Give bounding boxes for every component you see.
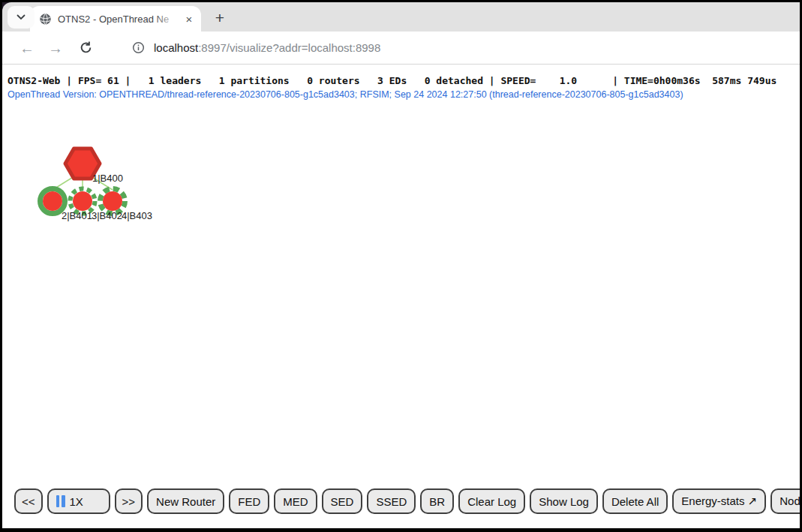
new-router-button[interactable]: New Router bbox=[147, 488, 224, 514]
pause-icon bbox=[56, 495, 65, 507]
chevron-down-icon bbox=[17, 14, 26, 20]
pause-speed-button[interactable]: 1X bbox=[47, 488, 110, 514]
openthread-version-line: OpenThread Version: OPENTHREAD/thread-re… bbox=[8, 89, 683, 100]
browser-window: OTNS2 - OpenThread Ne × + ← → bbox=[2, 2, 800, 528]
tab-title-fade bbox=[153, 13, 179, 26]
add-fed-button[interactable]: FED bbox=[229, 488, 269, 514]
forward-button[interactable]: → bbox=[43, 35, 68, 61]
energy-stats-button[interactable]: Energy-stats ↗ bbox=[672, 488, 766, 514]
speed-up-button[interactable]: >> bbox=[115, 488, 143, 514]
reload-button[interactable] bbox=[73, 35, 98, 61]
browser-tab[interactable]: OTNS2 - OpenThread Ne × bbox=[30, 6, 201, 32]
node-label: 1|B400 bbox=[92, 173, 123, 184]
node-child-3[interactable] bbox=[103, 191, 122, 211]
node-child-1[interactable] bbox=[43, 191, 62, 211]
add-sed-button[interactable]: SED bbox=[322, 488, 363, 514]
otns-page: OTNS2-Web | FPS= 61 | 1 leaders 1 partit… bbox=[2, 65, 800, 527]
tab-search-button[interactable] bbox=[8, 6, 35, 29]
url-text: localhost:8997/visualize?addr=localhost:… bbox=[154, 41, 380, 54]
node-label: 2|B401 bbox=[62, 210, 92, 221]
simulation-status-line: OTNS2-Web | FPS= 61 | 1 leaders 1 partit… bbox=[8, 75, 776, 86]
site-info-button[interactable] bbox=[127, 37, 149, 59]
url-path: :8997/visualize?addr=localhost:8998 bbox=[198, 41, 380, 54]
node-stats-button[interactable]: Node-stats ↗ bbox=[770, 488, 800, 514]
delete-all-button[interactable]: Delete All bbox=[602, 488, 668, 514]
reload-icon bbox=[79, 41, 93, 55]
speed-down-button[interactable]: << bbox=[14, 488, 43, 514]
screenshot-root: { "browser": { "tab_title": "OTNS2 - Ope… bbox=[0, 0, 802, 532]
action-toolbar: << 1X >> New Router FED MED SED SSED BR … bbox=[14, 488, 800, 514]
add-ssed-button[interactable]: SSED bbox=[367, 488, 416, 514]
url-bar[interactable]: localhost:8997/visualize?addr=localhost:… bbox=[113, 37, 800, 59]
back-arrow-icon: ← bbox=[20, 41, 35, 56]
navigation-bar: ← → localhost:8997/visualize?addr=localh… bbox=[2, 32, 800, 65]
back-button[interactable]: ← bbox=[14, 35, 40, 61]
new-tab-button[interactable]: + bbox=[209, 7, 231, 29]
node-label: 3|B402 bbox=[92, 210, 122, 221]
url-host: localhost bbox=[154, 41, 198, 54]
globe-favicon-icon bbox=[39, 13, 52, 26]
tab-title: OTNS2 - OpenThread Ne bbox=[58, 13, 179, 26]
tab-close-button[interactable]: × bbox=[182, 11, 197, 26]
node-child-2[interactable] bbox=[73, 191, 92, 211]
show-log-button[interactable]: Show Log bbox=[530, 488, 598, 514]
info-icon bbox=[132, 41, 145, 54]
network-canvas[interactable]: 1|B400 2|B401 3|B402 4|B403 bbox=[2, 101, 227, 243]
speed-label: 1X bbox=[70, 495, 83, 508]
add-br-button[interactable]: BR bbox=[420, 488, 454, 514]
tab-strip: OTNS2 - OpenThread Ne × + bbox=[2, 2, 800, 32]
forward-arrow-icon: → bbox=[48, 41, 63, 56]
clear-log-button[interactable]: Clear Log bbox=[458, 488, 525, 514]
add-med-button[interactable]: MED bbox=[274, 488, 317, 514]
node-label: 4|B403 bbox=[122, 210, 152, 221]
